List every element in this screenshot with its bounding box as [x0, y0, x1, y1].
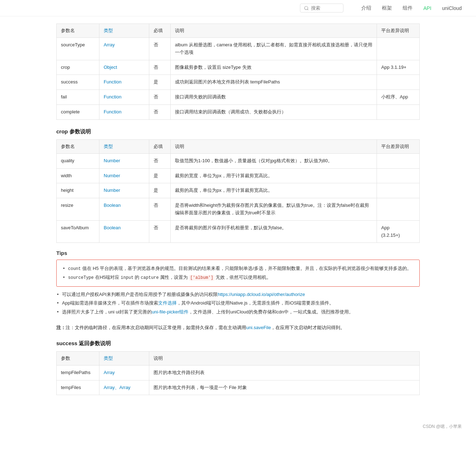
- param-cell: success: [57, 75, 99, 90]
- param-cell: sourceType: [57, 38, 99, 60]
- param-cell: tempFiles: [57, 380, 99, 395]
- param-cell: width: [57, 168, 99, 183]
- search-icon: [304, 6, 309, 11]
- tips-title: Tips: [56, 250, 420, 256]
- note-line: 注：注：文件的临时路径，在应用本次启动期间可以正常使用，如需持久保存，需在主动调…: [56, 324, 420, 332]
- tips-link[interactable]: 文件选择: [158, 300, 177, 306]
- type-cell: Function: [99, 75, 149, 90]
- success-params-table: 参数 类型 说明 tempFilePaths Array 图片的本地文件路径列表…: [56, 351, 420, 395]
- nav-intro[interactable]: 介绍: [361, 5, 371, 11]
- nav-framework[interactable]: 框架: [382, 5, 392, 11]
- param-cell: height: [57, 183, 99, 198]
- col-header-param: 参数名: [57, 24, 99, 38]
- nav-components[interactable]: 组件: [403, 5, 413, 11]
- desc-cell: 是否将裁剪的图片保存到手机相册里，默认值为false。: [171, 220, 377, 243]
- platform-cell: 小程序、App: [377, 90, 420, 105]
- success-col-type: 类型: [99, 351, 149, 365]
- desc-cell: 成功则返回图片的本地文件路径列表 tempFilePaths: [171, 75, 377, 90]
- inline-code: input: [121, 275, 134, 280]
- col-header-platform: 平台差异说明: [377, 24, 420, 38]
- list-item: App端如需选择非媒体文件，可在插件市场搜索文件选择，其中Android端可以使…: [56, 299, 420, 308]
- platform-cell: [377, 38, 420, 60]
- tips-link[interactable]: https://uniapp.dcloud.io/api/other/autho…: [218, 292, 305, 297]
- type-cell: Function: [99, 104, 149, 119]
- required-cell: 否: [149, 198, 171, 221]
- type-cell: Number: [99, 168, 149, 183]
- platform-cell: [377, 198, 420, 221]
- table-row: height Number 是 裁剪的高度，单位为px，用于计算裁剪宽高比。: [57, 183, 420, 198]
- table-row: tempFilePaths Array 图片的本地文件路径列表: [57, 365, 420, 380]
- table-row: width Number 是 裁剪的宽度，单位为px，用于计算裁剪宽高比。: [57, 168, 420, 183]
- nav-unicloud[interactable]: uniCloud: [442, 5, 462, 11]
- inline-code: capture: [141, 275, 159, 280]
- search-input[interactable]: [311, 5, 340, 11]
- nav-api[interactable]: API: [423, 5, 431, 11]
- main-content: 参数名 类型 必填 说明 平台差异说明 sourceType Array 否 a…: [42, 16, 434, 416]
- table-row: saveToAlbum Boolean 否 是否将裁剪的图片保存到手机相册里，默…: [57, 220, 420, 243]
- desc-cell: 是否将width和height作为裁剪保存图片真实的像素值。默认值为true。注…: [171, 198, 377, 221]
- platform-cell: [377, 153, 420, 168]
- list-item: count 值在 H5 平台的表现，基于浏览器本身的规范。目前测试的结果来看，只…: [62, 264, 414, 273]
- header: 介绍 框架 组件 API uniCloud: [0, 0, 476, 16]
- table-row: complete Function 否 接口调用结束的回调函数（调用成功、失败都…: [57, 104, 420, 119]
- table-row: success Function 是 成功则返回图片的本地文件路径列表 temp…: [57, 75, 420, 90]
- col-header-type: 类型: [99, 24, 149, 38]
- list-item: sourceType 在H5端对应 input 的 capture 属性，设置为…: [62, 273, 414, 282]
- type-cell: Number: [99, 183, 149, 198]
- platform-cell: [377, 183, 420, 198]
- platform-cell: [377, 168, 420, 183]
- inline-code: count: [68, 266, 81, 271]
- tips-box-list: count 值在 H5 平台的表现，基于浏览器本身的规范。目前测试的结果来看，只…: [62, 264, 414, 282]
- svg-point-0: [305, 6, 308, 9]
- success-col-desc: 说明: [149, 351, 420, 365]
- type-cell: Array、Array: [99, 380, 149, 395]
- required-cell: 否: [149, 90, 171, 105]
- param-cell: crop: [57, 60, 99, 75]
- required-cell: 否: [149, 104, 171, 119]
- desc-cell: 图片的本地文件路径列表: [149, 365, 420, 380]
- param-cell: saveToAlbum: [57, 220, 99, 243]
- table-row: fail Function 否 接口调用失败的回调函数 小程序、App: [57, 90, 420, 105]
- tips-link[interactable]: uni-file-picker组件: [152, 309, 188, 315]
- platform-cell: [377, 75, 420, 90]
- note-link[interactable]: uni.saveFile: [246, 325, 271, 330]
- required-cell: 否: [149, 153, 171, 168]
- desc-cell: 图片的本地文件列表，每一项是一个 File 对象: [149, 380, 420, 395]
- type-cell: Array: [99, 38, 149, 60]
- desc-cell: 裁剪的高度，单位为px，用于计算裁剪宽高比。: [171, 183, 377, 198]
- list-item: 可以通过用户授权API来判断用户是否给应用授予了相册或摄像头的访问权限https…: [56, 290, 420, 299]
- param-cell: quality: [57, 153, 99, 168]
- success-section-title: success 返回参数说明: [56, 340, 420, 347]
- platform-cell: App(3.2.15+): [377, 220, 420, 243]
- type-cell: Object: [99, 60, 149, 75]
- param-cell: fail: [57, 90, 99, 105]
- crop-col-header-desc: 说明: [171, 139, 377, 153]
- param-cell: complete: [57, 104, 99, 119]
- type-cell: Number: [99, 153, 149, 168]
- platform-cell: App 3.1.19+: [377, 60, 420, 75]
- note-after: ，在应用下次启动时才能访问得到。: [271, 325, 345, 330]
- required-cell: 是: [149, 183, 171, 198]
- table-row: tempFiles Array、Array 图片的本地文件列表，每一项是一个 F…: [57, 380, 420, 395]
- type-cell: Array: [99, 365, 149, 380]
- footer-watermark: CSDN @嗯，小苹果: [0, 416, 476, 437]
- crop-params-table: 参数名 类型 必填 说明 平台差异说明 quality Number 否 取值范…: [56, 139, 420, 243]
- desc-cell: 裁剪的宽度，单位为px，用于计算裁剪宽高比。: [171, 168, 377, 183]
- required-cell: 否: [149, 38, 171, 60]
- tips-section: Tips count 值在 H5 平台的表现，基于浏览器本身的规范。目前测试的结…: [56, 250, 420, 316]
- required-cell: 否: [149, 60, 171, 75]
- table-row: resize Boolean 否 是否将width和height作为裁剪保存图片…: [57, 198, 420, 221]
- param-cell: resize: [57, 198, 99, 221]
- type-cell: Function: [99, 90, 149, 105]
- table-row: sourceType Array 否 album 从相册选图，camera 使用…: [57, 38, 420, 60]
- note-text: 注：文件的临时路径，在应用本次启动期间可以正常使用，如需持久保存，需在主动调用: [66, 325, 246, 330]
- type-cell: Boolean: [99, 220, 149, 243]
- required-cell: 是: [149, 75, 171, 90]
- desc-cell: 取值范围为1-100，数值越小，质量越低（仅对jpg格式有效）。默认值为80。: [171, 153, 377, 168]
- list-item: 选择照片大多了上传，uni ui封装了更完善的uni-file-picker组件…: [56, 308, 420, 317]
- desc-cell: 图像裁剪参数，设置后 sizeType 失效: [171, 60, 377, 75]
- param-cell: tempFilePaths: [57, 365, 99, 380]
- table-row: quality Number 否 取值范围为1-100，数值越小，质量越低（仅对…: [57, 153, 420, 168]
- inline-code: sourceType: [68, 275, 94, 280]
- search-box[interactable]: [300, 4, 343, 12]
